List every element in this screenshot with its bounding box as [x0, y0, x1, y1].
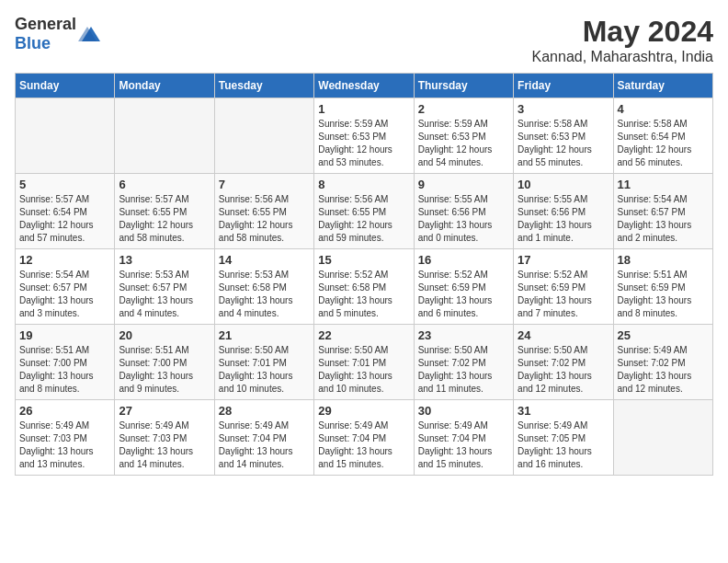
day-number: 24	[518, 328, 609, 342]
day-info: Sunrise: 5:53 AM Sunset: 6:57 PM Dayligh…	[119, 269, 210, 320]
day-info: Sunrise: 5:58 AM Sunset: 6:54 PM Dayligh…	[618, 118, 709, 169]
day-number: 20	[119, 328, 210, 342]
day-number: 3	[518, 102, 609, 116]
day-number: 29	[318, 404, 409, 418]
day-info: Sunrise: 5:49 AM Sunset: 7:03 PM Dayligh…	[19, 419, 110, 471]
day-number: 4	[618, 102, 709, 116]
week-row-2: 5Sunrise: 5:57 AM Sunset: 6:54 PM Daylig…	[16, 174, 713, 249]
day-info: Sunrise: 5:49 AM Sunset: 7:03 PM Dayligh…	[119, 419, 210, 471]
day-info: Sunrise: 5:50 AM Sunset: 7:01 PM Dayligh…	[219, 344, 310, 396]
weekday-header-friday: Friday	[514, 74, 613, 98]
day-info: Sunrise: 5:50 AM Sunset: 7:01 PM Dayligh…	[318, 344, 409, 396]
day-cell-27: 27Sunrise: 5:49 AM Sunset: 7:03 PM Dayli…	[115, 400, 214, 476]
day-info: Sunrise: 5:49 AM Sunset: 7:02 PM Dayligh…	[618, 344, 709, 396]
logo-icon	[78, 23, 100, 45]
day-info: Sunrise: 5:52 AM Sunset: 6:59 PM Dayligh…	[518, 269, 609, 320]
day-cell-11: 11Sunrise: 5:54 AM Sunset: 6:57 PM Dayli…	[613, 174, 712, 249]
day-number: 7	[219, 178, 310, 191]
day-info: Sunrise: 5:50 AM Sunset: 7:02 PM Dayligh…	[418, 344, 509, 396]
day-number: 21	[219, 328, 310, 342]
weekday-header-saturday: Saturday	[613, 74, 712, 98]
day-cell-2: 2Sunrise: 5:59 AM Sunset: 6:53 PM Daylig…	[414, 98, 513, 174]
week-row-5: 26Sunrise: 5:49 AM Sunset: 7:03 PM Dayli…	[16, 400, 713, 476]
day-number: 8	[318, 178, 409, 191]
month-title: May 2024	[532, 15, 713, 49]
week-row-1: 1Sunrise: 5:59 AM Sunset: 6:53 PM Daylig…	[16, 98, 713, 174]
day-cell-18: 18Sunrise: 5:51 AM Sunset: 6:59 PM Dayli…	[613, 249, 712, 325]
day-cell-16: 16Sunrise: 5:52 AM Sunset: 6:59 PM Dayli…	[414, 249, 513, 325]
day-number: 17	[518, 253, 609, 267]
day-cell-17: 17Sunrise: 5:52 AM Sunset: 6:59 PM Dayli…	[514, 249, 613, 325]
day-cell-9: 9Sunrise: 5:55 AM Sunset: 6:56 PM Daylig…	[414, 174, 513, 249]
day-number: 26	[19, 404, 110, 418]
empty-cell	[115, 98, 214, 174]
day-info: Sunrise: 5:59 AM Sunset: 6:53 PM Dayligh…	[418, 118, 509, 169]
weekday-header-sunday: Sunday	[16, 74, 115, 98]
day-info: Sunrise: 5:49 AM Sunset: 7:04 PM Dayligh…	[318, 419, 409, 471]
logo-blue: Blue	[15, 34, 51, 52]
day-number: 1	[318, 102, 409, 116]
day-info: Sunrise: 5:56 AM Sunset: 6:55 PM Dayligh…	[219, 193, 310, 245]
day-cell-28: 28Sunrise: 5:49 AM Sunset: 7:04 PM Dayli…	[214, 400, 313, 476]
day-cell-8: 8Sunrise: 5:56 AM Sunset: 6:55 PM Daylig…	[314, 174, 414, 249]
day-number: 12	[19, 253, 110, 267]
day-number: 6	[119, 178, 210, 191]
day-number: 14	[219, 253, 310, 267]
day-cell-24: 24Sunrise: 5:50 AM Sunset: 7:02 PM Dayli…	[514, 325, 613, 400]
title-block: May 2024 Kannad, Maharashtra, India	[532, 15, 713, 65]
day-info: Sunrise: 5:51 AM Sunset: 6:59 PM Dayligh…	[618, 269, 709, 320]
day-cell-26: 26Sunrise: 5:49 AM Sunset: 7:03 PM Dayli…	[16, 400, 115, 476]
week-row-3: 12Sunrise: 5:54 AM Sunset: 6:57 PM Dayli…	[16, 249, 713, 325]
day-info: Sunrise: 5:55 AM Sunset: 6:56 PM Dayligh…	[518, 193, 609, 245]
day-cell-1: 1Sunrise: 5:59 AM Sunset: 6:53 PM Daylig…	[314, 98, 414, 174]
location-title: Kannad, Maharashtra, India	[532, 49, 713, 65]
day-number: 10	[518, 178, 609, 191]
day-number: 9	[418, 178, 509, 191]
day-cell-25: 25Sunrise: 5:49 AM Sunset: 7:02 PM Dayli…	[613, 325, 712, 400]
weekday-header-monday: Monday	[115, 74, 214, 98]
header: General Blue May 2024 Kannad, Maharashtr…	[15, 15, 713, 65]
day-number: 28	[219, 404, 310, 418]
day-number: 2	[418, 102, 509, 116]
day-cell-30: 30Sunrise: 5:49 AM Sunset: 7:04 PM Dayli…	[414, 400, 513, 476]
empty-cell	[214, 98, 313, 174]
day-cell-29: 29Sunrise: 5:49 AM Sunset: 7:04 PM Dayli…	[314, 400, 414, 476]
empty-cell	[613, 400, 712, 476]
day-info: Sunrise: 5:51 AM Sunset: 7:00 PM Dayligh…	[119, 344, 210, 396]
day-info: Sunrise: 5:58 AM Sunset: 6:53 PM Dayligh…	[518, 118, 609, 169]
day-info: Sunrise: 5:51 AM Sunset: 7:00 PM Dayligh…	[19, 344, 110, 396]
day-info: Sunrise: 5:50 AM Sunset: 7:02 PM Dayligh…	[518, 344, 609, 396]
day-info: Sunrise: 5:55 AM Sunset: 6:56 PM Dayligh…	[418, 193, 509, 245]
day-number: 11	[618, 178, 709, 191]
day-number: 15	[318, 253, 409, 267]
day-info: Sunrise: 5:56 AM Sunset: 6:55 PM Dayligh…	[318, 193, 409, 245]
day-info: Sunrise: 5:49 AM Sunset: 7:04 PM Dayligh…	[418, 419, 509, 471]
day-cell-13: 13Sunrise: 5:53 AM Sunset: 6:57 PM Dayli…	[115, 249, 214, 325]
day-info: Sunrise: 5:49 AM Sunset: 7:04 PM Dayligh…	[219, 419, 310, 471]
day-cell-21: 21Sunrise: 5:50 AM Sunset: 7:01 PM Dayli…	[214, 325, 313, 400]
day-info: Sunrise: 5:54 AM Sunset: 6:57 PM Dayligh…	[618, 193, 709, 245]
day-cell-20: 20Sunrise: 5:51 AM Sunset: 7:00 PM Dayli…	[115, 325, 214, 400]
day-cell-12: 12Sunrise: 5:54 AM Sunset: 6:57 PM Dayli…	[16, 249, 115, 325]
day-number: 13	[119, 253, 210, 267]
day-cell-6: 6Sunrise: 5:57 AM Sunset: 6:55 PM Daylig…	[115, 174, 214, 249]
day-info: Sunrise: 5:54 AM Sunset: 6:57 PM Dayligh…	[19, 269, 110, 320]
logo: General Blue	[15, 15, 100, 53]
day-number: 18	[618, 253, 709, 267]
day-cell-23: 23Sunrise: 5:50 AM Sunset: 7:02 PM Dayli…	[414, 325, 513, 400]
day-number: 5	[19, 178, 110, 191]
week-row-4: 19Sunrise: 5:51 AM Sunset: 7:00 PM Dayli…	[16, 325, 713, 400]
day-number: 22	[318, 328, 409, 342]
day-info: Sunrise: 5:49 AM Sunset: 7:05 PM Dayligh…	[518, 419, 609, 471]
day-info: Sunrise: 5:53 AM Sunset: 6:58 PM Dayligh…	[219, 269, 310, 320]
day-number: 31	[518, 404, 609, 418]
day-info: Sunrise: 5:59 AM Sunset: 6:53 PM Dayligh…	[318, 118, 409, 169]
day-number: 30	[418, 404, 509, 418]
day-cell-5: 5Sunrise: 5:57 AM Sunset: 6:54 PM Daylig…	[16, 174, 115, 249]
day-cell-19: 19Sunrise: 5:51 AM Sunset: 7:00 PM Dayli…	[16, 325, 115, 400]
weekday-header-row: SundayMondayTuesdayWednesdayThursdayFrid…	[16, 74, 713, 98]
day-number: 23	[418, 328, 509, 342]
day-cell-3: 3Sunrise: 5:58 AM Sunset: 6:53 PM Daylig…	[514, 98, 613, 174]
day-cell-4: 4Sunrise: 5:58 AM Sunset: 6:54 PM Daylig…	[613, 98, 712, 174]
calendar-table: SundayMondayTuesdayWednesdayThursdayFrid…	[15, 73, 713, 476]
